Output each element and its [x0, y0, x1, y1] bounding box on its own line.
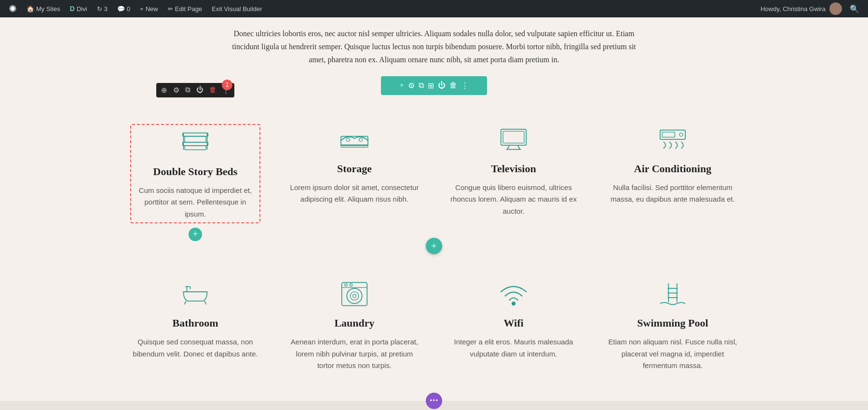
notification-badge: 1 [222, 80, 232, 90]
settings-icon[interactable]: ⚙ [408, 81, 415, 90]
svg-rect-16 [662, 132, 675, 137]
feature-title-double-story-beds: Double Story Beds [133, 165, 258, 178]
svg-line-19 [184, 301, 186, 304]
svg-rect-1 [183, 142, 208, 145]
svg-point-9 [359, 138, 363, 141]
revisions-count: 3 [104, 5, 108, 13]
mt-power-icon[interactable]: ⏻ [196, 86, 203, 94]
divi-label: Divi [77, 5, 87, 13]
exit-label: Exit Visual Builder [212, 5, 262, 13]
svg-point-17 [679, 133, 683, 136]
feature-title-storage: Storage [289, 163, 420, 175]
bunk-bed-icon [133, 127, 258, 158]
row-add-btn-1[interactable]: + [0, 238, 868, 254]
bathroom-icon [130, 278, 260, 309]
comments-icon: 💬 [117, 5, 125, 13]
feature-desc-television: Congue quis libero euismod, ultrices rho… [448, 182, 579, 218]
avatar [829, 2, 842, 15]
feature-desc-wifi: Integer a elit eros. Mauris malesuada vu… [448, 336, 579, 360]
svg-point-26 [350, 292, 359, 301]
user-greeting: Howdy, Christina Gwira [760, 5, 826, 13]
swimming-pool-svg [656, 278, 690, 307]
add-row-button[interactable]: + [426, 238, 442, 254]
air-conditioning-icon [608, 124, 738, 155]
wp-logo-item[interactable]: ✺ [5, 0, 21, 17]
new-menu[interactable]: + New [136, 0, 162, 17]
module-add-button[interactable]: + [189, 228, 202, 241]
feature-bathroom: Bathroom Quisque sed consequat massa, no… [116, 264, 275, 382]
svg-rect-4 [185, 136, 206, 142]
svg-point-30 [350, 284, 352, 286]
feature-title-air-conditioning: Air Conditioning [608, 163, 738, 175]
search-icon[interactable]: 🔍 [846, 4, 863, 14]
add-section-icon[interactable]: + [399, 81, 404, 90]
divi-icon: D [70, 5, 75, 13]
mt-delete-icon[interactable]: 🗑 [209, 86, 217, 94]
feature-laundry: Laundry Aenean interdum, erat in porta p… [275, 264, 434, 382]
plus-icon: + [140, 5, 144, 13]
revisions-icon: ↻ [97, 5, 102, 13]
new-label: New [146, 5, 158, 13]
swimming-pool-icon [608, 278, 738, 309]
feature-title-swimming-pool: Swimming Pool [608, 317, 738, 329]
mt-duplicate-icon[interactable]: ⧉ [185, 86, 190, 94]
divi-menu[interactable]: D Divi [66, 0, 91, 17]
bathroom-svg [178, 278, 212, 307]
power-icon[interactable]: ⏻ [438, 81, 446, 90]
columns-icon[interactable]: ⊞ [428, 81, 434, 90]
exit-visual-builder[interactable]: Exit Visual Builder [208, 0, 266, 17]
feature-television: Television Congue quis libero euismod, u… [434, 109, 593, 233]
comments-menu[interactable]: 💬 0 [113, 0, 134, 17]
storage-icon [289, 124, 420, 155]
feature-desc-laundry: Aenean interdum, erat in porta placerat,… [289, 336, 420, 372]
bottom-section: ••• And 40 more + [0, 401, 868, 410]
pencil-icon: ✏ [168, 5, 173, 13]
svg-line-13 [518, 145, 520, 150]
wifi-icon [448, 278, 579, 309]
wp-icon: ✺ [9, 3, 17, 14]
home-icon: 🏠 [27, 5, 34, 13]
edit-page-menu[interactable]: ✏ Edit Page [164, 0, 206, 17]
edit-page-label: Edit Page [175, 5, 202, 13]
feature-desc-storage: Lorem ipsum dolor sit amet, consectetur … [289, 182, 420, 206]
svg-point-31 [512, 302, 515, 305]
my-sites-menu[interactable]: 🏠 My Sites [23, 0, 64, 17]
more-options-button[interactable]: ••• [426, 393, 442, 409]
mt-move-icon[interactable]: ⊕ [161, 86, 167, 95]
bunk-bed-svg [178, 127, 212, 156]
duplicate-icon[interactable]: ⧉ [419, 81, 424, 90]
my-sites-label: My Sites [36, 5, 60, 13]
mt-settings-icon[interactable]: ⚙ [173, 86, 179, 95]
svg-point-29 [345, 284, 347, 286]
feature-wifi: Wifi Integer a elit eros. Mauris malesua… [434, 264, 593, 382]
more-icon[interactable]: ⋮ [461, 81, 469, 90]
feature-storage: Storage Lorem ipsum dolor sit amet, cons… [275, 109, 434, 233]
svg-line-12 [507, 145, 509, 150]
svg-point-8 [346, 138, 350, 141]
svg-rect-11 [503, 131, 524, 143]
television-svg [497, 124, 530, 153]
feature-title-laundry: Laundry [289, 317, 420, 329]
page-content: Donec ultricies lobortis eros, nec aucto… [0, 17, 868, 410]
feature-swimming-pool: Swimming Pool Etiam non aliquam nisl. Fu… [593, 264, 752, 382]
top-bar: ✺ 🏠 My Sites D Divi ↻ 3 💬 0 + New ✏ Edit… [0, 0, 868, 17]
feature-title-television: Television [448, 163, 579, 175]
air-conditioning-svg [656, 124, 690, 153]
feature-desc-air-conditioning: Nulla facilisi. Sed porttitor elementum … [608, 182, 738, 206]
laundry-svg [338, 278, 371, 307]
delete-icon[interactable]: 🗑 [449, 81, 457, 90]
feature-title-bathroom: Bathroom [130, 317, 260, 329]
revisions-menu[interactable]: ↻ 3 [93, 0, 111, 17]
svg-line-20 [204, 301, 206, 304]
wifi-svg [497, 278, 530, 307]
features-row-1: ⊕ ⚙ ⧉ ⏻ 🗑 ⋮ 1 [96, 109, 772, 233]
module-border: Double Story Beds Cum sociis natoque id … [130, 124, 260, 223]
storage-svg [338, 124, 371, 153]
svg-point-27 [353, 294, 356, 298]
comments-count: 0 [127, 5, 130, 13]
television-icon [448, 124, 579, 155]
svg-rect-15 [660, 130, 686, 139]
svg-rect-5 [185, 145, 206, 150]
section-toolbar[interactable]: + ⚙ ⧉ ⊞ ⏻ 🗑 ⋮ [381, 76, 487, 95]
feature-desc-double-story-beds: Cum sociis natoque id imperdiet et, port… [133, 185, 258, 220]
